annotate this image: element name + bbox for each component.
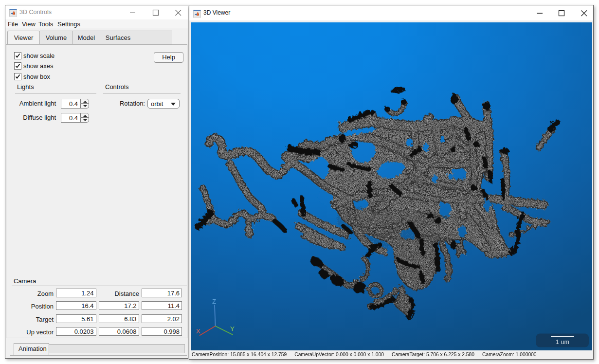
- svg-text:1 um: 1 um: [556, 339, 569, 346]
- svg-text:Y: Y: [230, 325, 235, 332]
- svg-text:X: X: [196, 327, 200, 334]
- svg-text:Z: Z: [212, 297, 216, 305]
